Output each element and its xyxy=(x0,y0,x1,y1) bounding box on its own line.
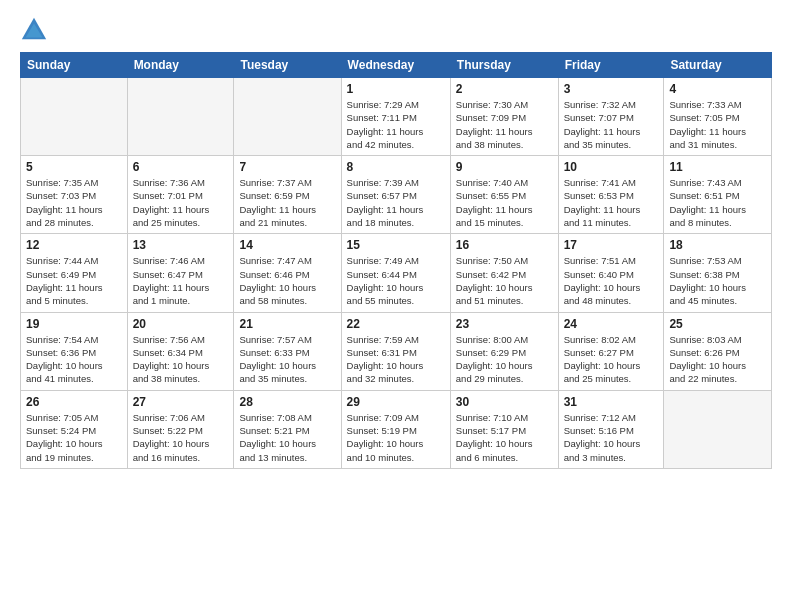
day-number: 8 xyxy=(347,160,445,174)
calendar-day-cell: 29Sunrise: 7:09 AM Sunset: 5:19 PM Dayli… xyxy=(341,390,450,468)
day-number: 25 xyxy=(669,317,766,331)
calendar-day-cell: 30Sunrise: 7:10 AM Sunset: 5:17 PM Dayli… xyxy=(450,390,558,468)
day-number: 28 xyxy=(239,395,335,409)
calendar-day-cell: 3Sunrise: 7:32 AM Sunset: 7:07 PM Daylig… xyxy=(558,78,664,156)
day-of-week-header: Monday xyxy=(127,53,234,78)
day-number: 22 xyxy=(347,317,445,331)
day-number: 18 xyxy=(669,238,766,252)
day-number: 21 xyxy=(239,317,335,331)
day-info: Sunrise: 7:49 AM Sunset: 6:44 PM Dayligh… xyxy=(347,254,445,307)
day-info: Sunrise: 7:44 AM Sunset: 6:49 PM Dayligh… xyxy=(26,254,122,307)
calendar-day-cell: 28Sunrise: 7:08 AM Sunset: 5:21 PM Dayli… xyxy=(234,390,341,468)
calendar-day-cell: 21Sunrise: 7:57 AM Sunset: 6:33 PM Dayli… xyxy=(234,312,341,390)
day-of-week-header: Sunday xyxy=(21,53,128,78)
day-info: Sunrise: 7:56 AM Sunset: 6:34 PM Dayligh… xyxy=(133,333,229,386)
day-number: 29 xyxy=(347,395,445,409)
page: SundayMondayTuesdayWednesdayThursdayFrid… xyxy=(0,0,792,612)
day-number: 1 xyxy=(347,82,445,96)
day-number: 12 xyxy=(26,238,122,252)
calendar-day-cell: 8Sunrise: 7:39 AM Sunset: 6:57 PM Daylig… xyxy=(341,156,450,234)
day-number: 9 xyxy=(456,160,553,174)
calendar-day-cell: 7Sunrise: 7:37 AM Sunset: 6:59 PM Daylig… xyxy=(234,156,341,234)
day-number: 23 xyxy=(456,317,553,331)
day-number: 15 xyxy=(347,238,445,252)
day-info: Sunrise: 7:54 AM Sunset: 6:36 PM Dayligh… xyxy=(26,333,122,386)
day-of-week-header: Tuesday xyxy=(234,53,341,78)
day-number: 24 xyxy=(564,317,659,331)
day-info: Sunrise: 7:33 AM Sunset: 7:05 PM Dayligh… xyxy=(669,98,766,151)
day-info: Sunrise: 7:59 AM Sunset: 6:31 PM Dayligh… xyxy=(347,333,445,386)
day-number: 14 xyxy=(239,238,335,252)
day-info: Sunrise: 7:09 AM Sunset: 5:19 PM Dayligh… xyxy=(347,411,445,464)
calendar-day-cell xyxy=(21,78,128,156)
calendar-week-row: 19Sunrise: 7:54 AM Sunset: 6:36 PM Dayli… xyxy=(21,312,772,390)
day-info: Sunrise: 7:10 AM Sunset: 5:17 PM Dayligh… xyxy=(456,411,553,464)
day-info: Sunrise: 7:46 AM Sunset: 6:47 PM Dayligh… xyxy=(133,254,229,307)
day-info: Sunrise: 7:43 AM Sunset: 6:51 PM Dayligh… xyxy=(669,176,766,229)
day-info: Sunrise: 7:41 AM Sunset: 6:53 PM Dayligh… xyxy=(564,176,659,229)
calendar-day-cell: 9Sunrise: 7:40 AM Sunset: 6:55 PM Daylig… xyxy=(450,156,558,234)
calendar-day-cell: 13Sunrise: 7:46 AM Sunset: 6:47 PM Dayli… xyxy=(127,234,234,312)
days-of-week-row: SundayMondayTuesdayWednesdayThursdayFrid… xyxy=(21,53,772,78)
calendar-day-cell: 23Sunrise: 8:00 AM Sunset: 6:29 PM Dayli… xyxy=(450,312,558,390)
day-info: Sunrise: 7:53 AM Sunset: 6:38 PM Dayligh… xyxy=(669,254,766,307)
calendar-day-cell: 27Sunrise: 7:06 AM Sunset: 5:22 PM Dayli… xyxy=(127,390,234,468)
day-info: Sunrise: 8:03 AM Sunset: 6:26 PM Dayligh… xyxy=(669,333,766,386)
day-number: 31 xyxy=(564,395,659,409)
day-info: Sunrise: 8:00 AM Sunset: 6:29 PM Dayligh… xyxy=(456,333,553,386)
calendar-week-row: 5Sunrise: 7:35 AM Sunset: 7:03 PM Daylig… xyxy=(21,156,772,234)
day-number: 27 xyxy=(133,395,229,409)
calendar-day-cell xyxy=(127,78,234,156)
day-info: Sunrise: 7:36 AM Sunset: 7:01 PM Dayligh… xyxy=(133,176,229,229)
calendar-day-cell: 10Sunrise: 7:41 AM Sunset: 6:53 PM Dayli… xyxy=(558,156,664,234)
day-number: 19 xyxy=(26,317,122,331)
calendar-day-cell: 5Sunrise: 7:35 AM Sunset: 7:03 PM Daylig… xyxy=(21,156,128,234)
day-of-week-header: Saturday xyxy=(664,53,772,78)
logo xyxy=(20,16,52,44)
day-info: Sunrise: 7:40 AM Sunset: 6:55 PM Dayligh… xyxy=(456,176,553,229)
day-info: Sunrise: 7:37 AM Sunset: 6:59 PM Dayligh… xyxy=(239,176,335,229)
day-info: Sunrise: 7:35 AM Sunset: 7:03 PM Dayligh… xyxy=(26,176,122,229)
calendar-day-cell: 22Sunrise: 7:59 AM Sunset: 6:31 PM Dayli… xyxy=(341,312,450,390)
day-info: Sunrise: 7:05 AM Sunset: 5:24 PM Dayligh… xyxy=(26,411,122,464)
calendar-day-cell: 19Sunrise: 7:54 AM Sunset: 6:36 PM Dayli… xyxy=(21,312,128,390)
day-info: Sunrise: 8:02 AM Sunset: 6:27 PM Dayligh… xyxy=(564,333,659,386)
calendar: SundayMondayTuesdayWednesdayThursdayFrid… xyxy=(20,52,772,469)
calendar-day-cell: 25Sunrise: 8:03 AM Sunset: 6:26 PM Dayli… xyxy=(664,312,772,390)
day-number: 3 xyxy=(564,82,659,96)
calendar-body: 1Sunrise: 7:29 AM Sunset: 7:11 PM Daylig… xyxy=(21,78,772,469)
calendar-day-cell: 1Sunrise: 7:29 AM Sunset: 7:11 PM Daylig… xyxy=(341,78,450,156)
day-of-week-header: Thursday xyxy=(450,53,558,78)
day-info: Sunrise: 7:57 AM Sunset: 6:33 PM Dayligh… xyxy=(239,333,335,386)
calendar-day-cell: 17Sunrise: 7:51 AM Sunset: 6:40 PM Dayli… xyxy=(558,234,664,312)
calendar-day-cell: 26Sunrise: 7:05 AM Sunset: 5:24 PM Dayli… xyxy=(21,390,128,468)
day-number: 16 xyxy=(456,238,553,252)
day-info: Sunrise: 7:51 AM Sunset: 6:40 PM Dayligh… xyxy=(564,254,659,307)
calendar-day-cell: 12Sunrise: 7:44 AM Sunset: 6:49 PM Dayli… xyxy=(21,234,128,312)
day-number: 13 xyxy=(133,238,229,252)
day-number: 30 xyxy=(456,395,553,409)
day-number: 26 xyxy=(26,395,122,409)
calendar-day-cell: 11Sunrise: 7:43 AM Sunset: 6:51 PM Dayli… xyxy=(664,156,772,234)
day-info: Sunrise: 7:39 AM Sunset: 6:57 PM Dayligh… xyxy=(347,176,445,229)
day-info: Sunrise: 7:29 AM Sunset: 7:11 PM Dayligh… xyxy=(347,98,445,151)
header xyxy=(20,16,772,44)
day-info: Sunrise: 7:32 AM Sunset: 7:07 PM Dayligh… xyxy=(564,98,659,151)
day-number: 2 xyxy=(456,82,553,96)
day-info: Sunrise: 7:06 AM Sunset: 5:22 PM Dayligh… xyxy=(133,411,229,464)
calendar-day-cell xyxy=(234,78,341,156)
logo-icon xyxy=(20,16,48,44)
calendar-day-cell: 16Sunrise: 7:50 AM Sunset: 6:42 PM Dayli… xyxy=(450,234,558,312)
calendar-day-cell: 31Sunrise: 7:12 AM Sunset: 5:16 PM Dayli… xyxy=(558,390,664,468)
calendar-week-row: 12Sunrise: 7:44 AM Sunset: 6:49 PM Dayli… xyxy=(21,234,772,312)
calendar-day-cell: 24Sunrise: 8:02 AM Sunset: 6:27 PM Dayli… xyxy=(558,312,664,390)
day-number: 11 xyxy=(669,160,766,174)
day-number: 17 xyxy=(564,238,659,252)
calendar-day-cell: 15Sunrise: 7:49 AM Sunset: 6:44 PM Dayli… xyxy=(341,234,450,312)
day-number: 10 xyxy=(564,160,659,174)
day-of-week-header: Friday xyxy=(558,53,664,78)
day-number: 6 xyxy=(133,160,229,174)
day-number: 4 xyxy=(669,82,766,96)
day-info: Sunrise: 7:30 AM Sunset: 7:09 PM Dayligh… xyxy=(456,98,553,151)
day-info: Sunrise: 7:08 AM Sunset: 5:21 PM Dayligh… xyxy=(239,411,335,464)
